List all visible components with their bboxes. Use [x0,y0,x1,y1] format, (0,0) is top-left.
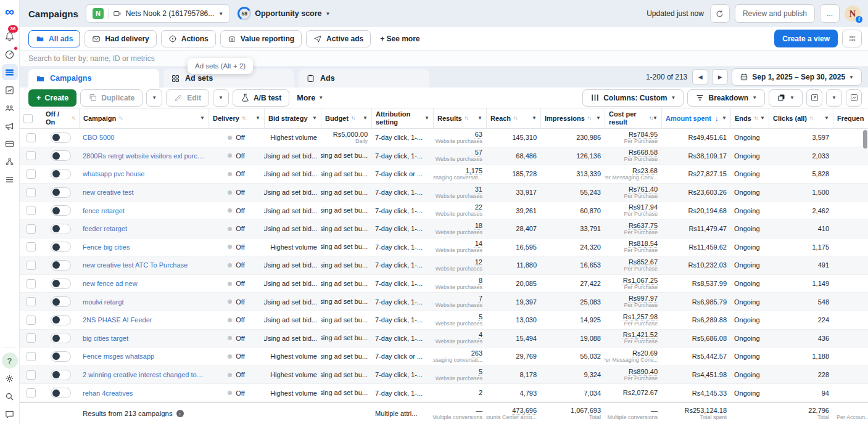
row-checkbox[interactable] [27,279,36,288]
column-header-attribution-setting[interactable]: Attribution setting▼ [371,108,433,128]
campaign-name-link[interactable]: Fence msges whatsapp [83,353,205,360]
edit-button[interactable]: Edit [166,89,209,107]
campaign-name-link[interactable]: 2800Rs retrgt website visitors exl purch… [83,152,205,160]
advertising-icon[interactable] [2,118,18,134]
columns-button[interactable]: Columns: Custom▼ [582,89,684,107]
table-row[interactable]: 2800Rs retrgt website visitors exl purch… [20,147,868,166]
row-checkbox[interactable] [27,316,36,325]
table-row[interactable]: new fence ad new Off Using ad set bid...… [20,275,868,293]
campaign-name-link[interactable]: new fence ad new [83,280,205,287]
billing-icon[interactable] [2,136,18,152]
filter-active-ads[interactable]: Active ads [306,30,371,47]
campaign-toggle[interactable] [51,205,71,216]
campaign-name-link[interactable]: new creative test ATC To Purchase [83,261,205,269]
campaign-toggle[interactable] [51,169,71,179]
date-range-selector[interactable]: Sep 1, 2025 – Sep 30, 2025 ▼ [732,68,862,86]
charts-button[interactable] [846,89,862,107]
column-header-clicks-all-[interactable]: Clicks (all)↑↓▼ [769,108,833,128]
table-row[interactable]: Fence big cities Off Highest volume Usin… [20,238,868,257]
table-row[interactable]: whatsapp pvc house Off Using ad set bid.… [20,165,868,184]
campaign-name-link[interactable]: big cities target [83,335,205,342]
table-row[interactable]: moulvi retargt Off Using ad set bid... U… [20,293,868,311]
campaign-toggle[interactable] [51,242,71,252]
table-row[interactable]: new creative test ATC To Purchase Off Us… [20,256,868,275]
see-more-filters-button[interactable]: + See more [375,35,424,43]
ads-reporting-icon[interactable] [2,82,18,98]
filter-value-reporting[interactable]: Value reporting [220,30,302,47]
all-tools-icon[interactable] [2,171,18,187]
notifications-icon[interactable]: 36 [2,28,18,44]
campaign-name-link[interactable]: 2 winning creative interest changed to l… [83,371,205,378]
campaign-toggle[interactable] [51,296,71,307]
account-overview-icon[interactable] [2,46,18,62]
row-checkbox[interactable] [27,242,36,251]
review-and-publish-button[interactable]: Review and publish [735,4,815,23]
duplicate-button[interactable]: Duplicate [80,89,143,107]
campaign-name-link[interactable]: moulvi retargt [83,298,205,306]
settings-icon[interactable] [2,370,18,386]
column-header-impressions[interactable]: Impressions↑↓▼ [540,108,605,128]
campaign-name-link[interactable]: CBO 5000 [83,134,205,141]
campaign-toggle[interactable] [51,333,71,343]
row-checkbox[interactable] [27,151,36,160]
row-checkbox[interactable] [27,261,36,270]
column-header-budget[interactable]: Budget↑↓▼ [321,108,371,128]
reports-button[interactable]: ▼ [769,89,803,107]
table-row[interactable]: 2NS PHASE AI Feeder Off Using ad set bid… [20,311,868,330]
meta-logo-icon[interactable]: ∞ [5,5,14,18]
create-a-view-button[interactable]: Create a view [774,30,838,47]
table-row[interactable]: rehan 4creatives Off Highest volume Usin… [20,384,868,402]
row-checkbox[interactable] [27,297,36,306]
campaign-toggle[interactable] [51,224,71,234]
column-header-delivery[interactable]: Delivery↑↓▼ [209,108,264,128]
campaign-name-link[interactable]: 2NS PHASE AI Feeder [83,316,205,324]
opportunity-score-selector[interactable]: 58 Opportunity score ▼ [238,7,330,20]
duplicate-dropdown-button[interactable]: ▼ [146,89,162,107]
column-header-campaign[interactable]: Campaign↑↓▼ [79,108,209,128]
campaign-toggle[interactable] [51,279,71,289]
column-header-off-on[interactable]: Off / On↑↓ [42,108,79,128]
campaign-name-link[interactable]: fence retarget [83,207,205,214]
column-header-bid-strategy[interactable]: Bid strategy▼ [264,108,321,128]
row-checkbox[interactable] [27,333,36,343]
table-row[interactable]: big cities target Off Using ad set bid..… [20,330,868,348]
row-checkbox[interactable] [27,188,36,197]
table-row[interactable]: Fence msges whatsapp Off Highest volume … [20,348,868,366]
ad-account-selector[interactable]: N Nets Nook 2 (161795786... ▼ [86,4,230,23]
refresh-button[interactable] [710,4,730,23]
column-header-results[interactable]: Results↑↓▼ [433,108,486,128]
info-icon[interactable]: i [176,410,184,417]
row-checkbox[interactable] [27,352,36,361]
campaign-name-link[interactable]: feeder retarget [83,225,205,232]
campaign-toggle[interactable] [51,351,71,362]
campaign-toggle[interactable] [51,370,71,380]
table-row[interactable]: CBO 5000 Off Highest volume Rs5,000.00Da… [20,129,868,147]
campaign-name-link[interactable]: whatsapp pvc house [83,170,205,177]
next-page-button[interactable]: ▶ [712,69,728,85]
tab-campaigns[interactable]: Campaigns [28,69,159,88]
view-settings-button[interactable] [842,30,862,47]
edit-dropdown-button[interactable]: ▼ [213,89,229,107]
column-header-select-all[interactable] [20,108,42,128]
export-button[interactable] [806,89,822,107]
column-header-ends[interactable]: Ends↑↓▼ [730,108,769,128]
table-row[interactable]: new creative test Off Using ad set bid..… [20,184,868,202]
breakdown-button[interactable]: Breakdown▼ [687,89,765,107]
campaign-name-link[interactable]: rehan 4creatives [83,389,205,397]
row-checkbox[interactable] [27,169,36,179]
campaign-toggle[interactable] [51,315,71,325]
campaign-toggle[interactable] [51,187,71,198]
export-dropdown-button[interactable]: ▼ [826,89,842,107]
table-row[interactable]: 2 winning creative interest changed to l… [20,366,868,385]
row-checkbox[interactable] [27,388,36,398]
vertical-scrollbar[interactable] [863,130,867,149]
column-header-frequency[interactable]: Frequency [833,108,868,128]
user-avatar[interactable]: Nf [845,6,861,22]
campaigns-icon[interactable] [2,64,18,80]
select-all-checkbox[interactable] [23,114,33,123]
table-row[interactable]: fence retarget Off Using ad set bid... U… [20,202,868,220]
filter-had-delivery[interactable]: Had delivery [85,30,156,47]
row-checkbox[interactable] [27,370,36,380]
help-icon[interactable]: ? [2,353,18,369]
create-button[interactable]: +Create [28,89,76,107]
